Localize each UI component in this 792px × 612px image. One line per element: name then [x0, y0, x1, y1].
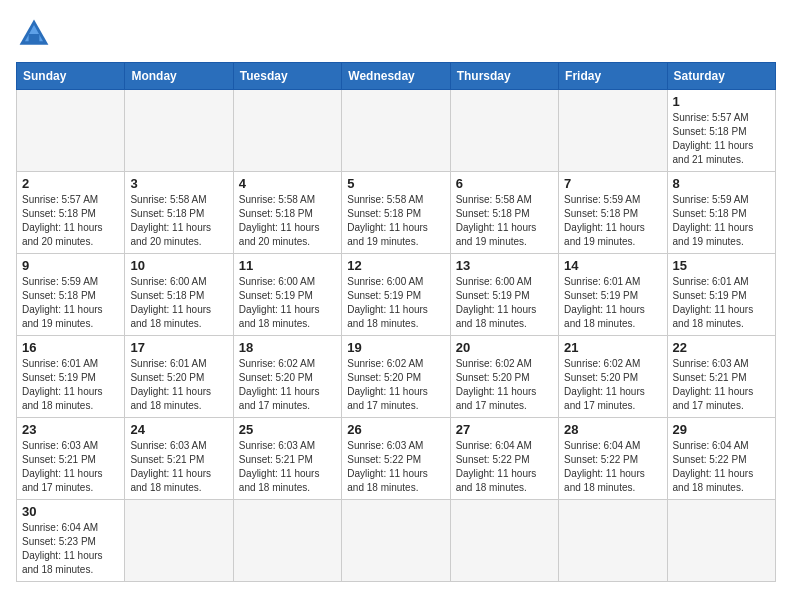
calendar-day-cell: 6Sunrise: 5:58 AM Sunset: 5:18 PM Daylig… — [450, 172, 558, 254]
day-number: 21 — [564, 340, 661, 355]
calendar-day-cell — [125, 90, 233, 172]
day-number: 7 — [564, 176, 661, 191]
day-number: 28 — [564, 422, 661, 437]
day-number: 22 — [673, 340, 770, 355]
calendar-day-cell: 24Sunrise: 6:03 AM Sunset: 5:21 PM Dayli… — [125, 418, 233, 500]
day-info: Sunrise: 5:59 AM Sunset: 5:18 PM Dayligh… — [564, 193, 661, 249]
day-info: Sunrise: 6:02 AM Sunset: 5:20 PM Dayligh… — [347, 357, 444, 413]
day-info: Sunrise: 6:02 AM Sunset: 5:20 PM Dayligh… — [456, 357, 553, 413]
calendar-day-cell — [450, 90, 558, 172]
weekday-header: Friday — [559, 63, 667, 90]
calendar-day-cell: 3Sunrise: 5:58 AM Sunset: 5:18 PM Daylig… — [125, 172, 233, 254]
day-number: 14 — [564, 258, 661, 273]
day-info: Sunrise: 6:04 AM Sunset: 5:22 PM Dayligh… — [564, 439, 661, 495]
weekday-header: Tuesday — [233, 63, 341, 90]
day-number: 30 — [22, 504, 119, 519]
calendar-day-cell: 5Sunrise: 5:58 AM Sunset: 5:18 PM Daylig… — [342, 172, 450, 254]
weekday-header: Thursday — [450, 63, 558, 90]
calendar-day-cell: 23Sunrise: 6:03 AM Sunset: 5:21 PM Dayli… — [17, 418, 125, 500]
calendar-week-row: 1Sunrise: 5:57 AM Sunset: 5:18 PM Daylig… — [17, 90, 776, 172]
calendar-day-cell: 27Sunrise: 6:04 AM Sunset: 5:22 PM Dayli… — [450, 418, 558, 500]
day-info: Sunrise: 6:01 AM Sunset: 5:19 PM Dayligh… — [22, 357, 119, 413]
day-info: Sunrise: 6:02 AM Sunset: 5:20 PM Dayligh… — [239, 357, 336, 413]
day-number: 3 — [130, 176, 227, 191]
day-number: 12 — [347, 258, 444, 273]
calendar-day-cell — [667, 500, 775, 582]
calendar-week-row: 16Sunrise: 6:01 AM Sunset: 5:19 PM Dayli… — [17, 336, 776, 418]
day-info: Sunrise: 6:02 AM Sunset: 5:20 PM Dayligh… — [564, 357, 661, 413]
calendar-week-row: 9Sunrise: 5:59 AM Sunset: 5:18 PM Daylig… — [17, 254, 776, 336]
calendar-day-cell — [17, 90, 125, 172]
day-number: 6 — [456, 176, 553, 191]
day-info: Sunrise: 6:04 AM Sunset: 5:22 PM Dayligh… — [673, 439, 770, 495]
day-info: Sunrise: 6:00 AM Sunset: 5:18 PM Dayligh… — [130, 275, 227, 331]
day-number: 25 — [239, 422, 336, 437]
day-number: 9 — [22, 258, 119, 273]
day-number: 27 — [456, 422, 553, 437]
day-info: Sunrise: 6:01 AM Sunset: 5:19 PM Dayligh… — [564, 275, 661, 331]
day-number: 20 — [456, 340, 553, 355]
calendar-day-cell: 29Sunrise: 6:04 AM Sunset: 5:22 PM Dayli… — [667, 418, 775, 500]
page-header — [16, 16, 776, 52]
weekday-header: Saturday — [667, 63, 775, 90]
calendar-day-cell: 17Sunrise: 6:01 AM Sunset: 5:20 PM Dayli… — [125, 336, 233, 418]
day-number: 1 — [673, 94, 770, 109]
calendar-day-cell: 2Sunrise: 5:57 AM Sunset: 5:18 PM Daylig… — [17, 172, 125, 254]
day-number: 15 — [673, 258, 770, 273]
day-number: 10 — [130, 258, 227, 273]
calendar-day-cell: 1Sunrise: 5:57 AM Sunset: 5:18 PM Daylig… — [667, 90, 775, 172]
day-info: Sunrise: 5:57 AM Sunset: 5:18 PM Dayligh… — [673, 111, 770, 167]
weekday-header: Monday — [125, 63, 233, 90]
day-info: Sunrise: 6:03 AM Sunset: 5:21 PM Dayligh… — [673, 357, 770, 413]
day-info: Sunrise: 6:03 AM Sunset: 5:21 PM Dayligh… — [130, 439, 227, 495]
calendar-day-cell — [342, 90, 450, 172]
day-number: 4 — [239, 176, 336, 191]
calendar-day-cell: 28Sunrise: 6:04 AM Sunset: 5:22 PM Dayli… — [559, 418, 667, 500]
logo — [16, 16, 58, 52]
day-number: 24 — [130, 422, 227, 437]
day-number: 2 — [22, 176, 119, 191]
weekday-header: Wednesday — [342, 63, 450, 90]
day-info: Sunrise: 6:03 AM Sunset: 5:21 PM Dayligh… — [22, 439, 119, 495]
calendar-day-cell — [125, 500, 233, 582]
day-number: 23 — [22, 422, 119, 437]
calendar-day-cell: 10Sunrise: 6:00 AM Sunset: 5:18 PM Dayli… — [125, 254, 233, 336]
day-info: Sunrise: 6:04 AM Sunset: 5:23 PM Dayligh… — [22, 521, 119, 577]
day-number: 17 — [130, 340, 227, 355]
day-number: 13 — [456, 258, 553, 273]
calendar-day-cell: 13Sunrise: 6:00 AM Sunset: 5:19 PM Dayli… — [450, 254, 558, 336]
day-info: Sunrise: 5:58 AM Sunset: 5:18 PM Dayligh… — [456, 193, 553, 249]
calendar-day-cell — [342, 500, 450, 582]
calendar-day-cell: 14Sunrise: 6:01 AM Sunset: 5:19 PM Dayli… — [559, 254, 667, 336]
calendar-day-cell: 22Sunrise: 6:03 AM Sunset: 5:21 PM Dayli… — [667, 336, 775, 418]
weekday-header: Sunday — [17, 63, 125, 90]
calendar-week-row: 2Sunrise: 5:57 AM Sunset: 5:18 PM Daylig… — [17, 172, 776, 254]
day-info: Sunrise: 5:59 AM Sunset: 5:18 PM Dayligh… — [673, 193, 770, 249]
calendar-day-cell: 21Sunrise: 6:02 AM Sunset: 5:20 PM Dayli… — [559, 336, 667, 418]
day-info: Sunrise: 6:03 AM Sunset: 5:22 PM Dayligh… — [347, 439, 444, 495]
calendar-day-cell — [559, 500, 667, 582]
day-info: Sunrise: 5:58 AM Sunset: 5:18 PM Dayligh… — [347, 193, 444, 249]
day-number: 18 — [239, 340, 336, 355]
day-number: 5 — [347, 176, 444, 191]
calendar-day-cell — [450, 500, 558, 582]
day-number: 19 — [347, 340, 444, 355]
day-number: 16 — [22, 340, 119, 355]
day-number: 29 — [673, 422, 770, 437]
calendar-day-cell: 16Sunrise: 6:01 AM Sunset: 5:19 PM Dayli… — [17, 336, 125, 418]
svg-rect-2 — [29, 34, 40, 43]
calendar-day-cell: 12Sunrise: 6:00 AM Sunset: 5:19 PM Dayli… — [342, 254, 450, 336]
calendar-day-cell: 11Sunrise: 6:00 AM Sunset: 5:19 PM Dayli… — [233, 254, 341, 336]
calendar-day-cell: 26Sunrise: 6:03 AM Sunset: 5:22 PM Dayli… — [342, 418, 450, 500]
day-info: Sunrise: 5:58 AM Sunset: 5:18 PM Dayligh… — [239, 193, 336, 249]
day-number: 26 — [347, 422, 444, 437]
calendar-day-cell: 7Sunrise: 5:59 AM Sunset: 5:18 PM Daylig… — [559, 172, 667, 254]
day-info: Sunrise: 5:59 AM Sunset: 5:18 PM Dayligh… — [22, 275, 119, 331]
calendar-week-row: 23Sunrise: 6:03 AM Sunset: 5:21 PM Dayli… — [17, 418, 776, 500]
calendar-day-cell: 25Sunrise: 6:03 AM Sunset: 5:21 PM Dayli… — [233, 418, 341, 500]
calendar-day-cell: 18Sunrise: 6:02 AM Sunset: 5:20 PM Dayli… — [233, 336, 341, 418]
calendar-day-cell: 30Sunrise: 6:04 AM Sunset: 5:23 PM Dayli… — [17, 500, 125, 582]
weekday-header-row: SundayMondayTuesdayWednesdayThursdayFrid… — [17, 63, 776, 90]
day-number: 8 — [673, 176, 770, 191]
calendar-day-cell — [233, 90, 341, 172]
